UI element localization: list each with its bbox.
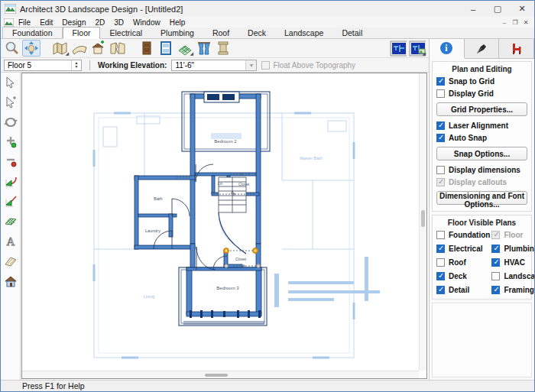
plumbing-checkbox[interactable] (491, 245, 500, 253)
menu-2d[interactable]: 2D (91, 18, 110, 27)
tool-sidebar: A (1, 73, 21, 380)
close-icon[interactable]: ✕ (510, 1, 534, 17)
plan-option-plumbing[interactable]: Plumbing (491, 245, 534, 253)
vertical-scroll-thumb[interactable] (421, 210, 425, 227)
dimensioning-font-options-button[interactable]: Dimensioning and Font Options... (436, 191, 527, 205)
tab-plumbing[interactable]: Plumbing (151, 27, 203, 38)
wall-break-tool-icon[interactable] (109, 40, 127, 57)
add-point-tool-icon[interactable] (3, 134, 18, 150)
menu-edit[interactable]: Edit (35, 18, 57, 27)
wall-tool-dropdown-icon[interactable]: ◢ (65, 51, 69, 56)
deck-checkbox[interactable] (436, 272, 445, 280)
room-label-lin: Lin (218, 181, 223, 186)
plan-photo-view-icon[interactable]: ◢ (408, 40, 426, 57)
tab-plan-info[interactable]: i (430, 39, 465, 59)
grid-properties-button[interactable]: Grid Properties... (436, 102, 527, 116)
option-laser-alignment[interactable]: Laser Alignment (436, 121, 527, 130)
tab-electrical[interactable]: Electrical (100, 27, 151, 38)
tab-landscape[interactable]: Landscape (275, 27, 332, 38)
select-special-tool-icon[interactable] (3, 95, 18, 110)
door-tool-icon[interactable] (138, 40, 156, 57)
foundation-checkbox[interactable] (436, 231, 445, 239)
option-display-grid[interactable]: Display Grid (436, 89, 527, 98)
electrical-checkbox[interactable] (436, 245, 445, 253)
plan-option-detail[interactable]: Detail (436, 286, 490, 294)
display-grid-checkbox[interactable] (436, 89, 445, 98)
option-snap-to-grid[interactable]: Snap to Grid (436, 77, 527, 86)
elevation-selector[interactable]: 11'-6" ▼ (171, 60, 257, 71)
tab-floor[interactable]: Floor (63, 27, 101, 39)
column-tool-icon[interactable] (214, 40, 232, 57)
tab-furniture[interactable] (499, 39, 534, 58)
tab-detail[interactable]: Detail (332, 27, 371, 38)
pan-tool-icon[interactable] (22, 40, 41, 57)
menu-bar: File Edit Design 2D 3D Window Help – ❐ ✕ (1, 17, 534, 28)
menu-file[interactable]: File (14, 18, 35, 27)
detail-checkbox[interactable] (436, 286, 445, 294)
hatch-area-tool-icon[interactable] (3, 214, 18, 229)
floor-spinner[interactable]: ▲ ▼ (71, 60, 81, 70)
fillet-tool-icon[interactable] (3, 174, 18, 190)
tab-foundation[interactable]: Foundation (2, 27, 63, 38)
float-above-topography-option[interactable]: Float Above Topography (261, 61, 355, 70)
stairs (219, 177, 246, 254)
rotate-tool-icon[interactable] (3, 115, 18, 130)
float-above-topography-checkbox[interactable] (261, 61, 270, 70)
window-tool-icon[interactable] (157, 40, 175, 57)
snap-to-grid-checkbox[interactable] (436, 77, 445, 86)
option-display-dimensions[interactable]: Display dimensions (436, 166, 527, 174)
mdi-close-icon[interactable]: ✕ (520, 19, 531, 26)
drawing-canvas[interactable]: Bedroom 2 Lin Closet Bath Laundry Closet… (21, 73, 427, 379)
spin-down-icon[interactable]: ▼ (75, 65, 79, 69)
laser-alignment-checkbox[interactable] (436, 121, 445, 130)
menu-design[interactable]: Design (57, 18, 90, 27)
menu-3d[interactable]: 3D (109, 18, 128, 27)
curved-wall-tool-icon[interactable] (70, 40, 89, 57)
elevation-dropdown-icon[interactable]: ▼ (245, 60, 256, 70)
plan-option-framing[interactable]: Framing (491, 286, 534, 294)
plan-option-deck[interactable]: Deck (436, 272, 490, 280)
view-dropdown-icon[interactable]: ◢ (422, 51, 426, 56)
snap-options-button[interactable]: Snap Options... (436, 147, 527, 160)
chamfer-tool-icon[interactable] (3, 194, 18, 209)
plan-option-landscape[interactable]: Landscape (491, 272, 534, 280)
mdi-minimize-icon[interactable]: – (499, 19, 510, 26)
menu-help[interactable]: Help (165, 18, 190, 27)
plan-option-electrical[interactable]: Electrical (436, 245, 490, 253)
add-room-tool-icon[interactable] (89, 40, 108, 57)
wall-tool-icon[interactable]: ◢ (51, 40, 70, 57)
option-auto-snap[interactable]: Auto Snap (436, 134, 527, 142)
auto-snap-checkbox[interactable] (436, 134, 445, 142)
hvac-checkbox[interactable] (491, 258, 500, 267)
remove-point-tool-icon[interactable] (3, 154, 18, 170)
deck-tool-dropdown-icon[interactable]: ◢ (190, 51, 193, 56)
room-label-closet1: Closet (238, 182, 250, 186)
zoom-tool-icon[interactable] (3, 40, 21, 57)
roof-checkbox[interactable] (436, 258, 445, 267)
app-window: Architect 3D Landscape Design - [Untitle… (0, 0, 535, 392)
curtain-tool-icon[interactable] (195, 40, 213, 57)
select-tool-icon[interactable] (3, 75, 18, 90)
roof-panel-tool-icon[interactable] (3, 254, 18, 269)
floor-selector[interactable]: Floor 5 ▲ ▼ (4, 60, 82, 71)
plan-option-roof[interactable]: Roof (436, 258, 490, 267)
framing-checkbox[interactable] (491, 286, 500, 294)
tab-deck[interactable]: Deck (238, 27, 275, 38)
landscape-checkbox[interactable] (491, 272, 500, 280)
text-tool-icon[interactable]: A (3, 234, 18, 249)
menu-window[interactable]: Window (128, 18, 165, 27)
plan-option-foundation[interactable]: Foundation (436, 231, 490, 239)
display-dimensions-checkbox[interactable] (436, 166, 445, 174)
horizontal-scroll-thumb[interactable] (205, 374, 228, 377)
plan-option-hvac[interactable]: HVAC (491, 258, 534, 267)
deck-tool-icon[interactable]: ◢ (176, 40, 194, 57)
house-view-tool-icon[interactable] (3, 274, 18, 289)
mdi-restore-icon[interactable]: ❐ (510, 19, 520, 26)
canvas-horizontal-scrollbar[interactable] (22, 371, 419, 378)
plan-view-icon[interactable] (389, 40, 407, 57)
tab-roof[interactable]: Roof (203, 27, 238, 38)
maximize-icon[interactable]: ▢ (485, 1, 510, 17)
canvas-vertical-scrollbar[interactable] (419, 73, 426, 371)
tab-drawing-tools[interactable] (465, 39, 500, 58)
minimize-icon[interactable]: – (461, 1, 485, 17)
